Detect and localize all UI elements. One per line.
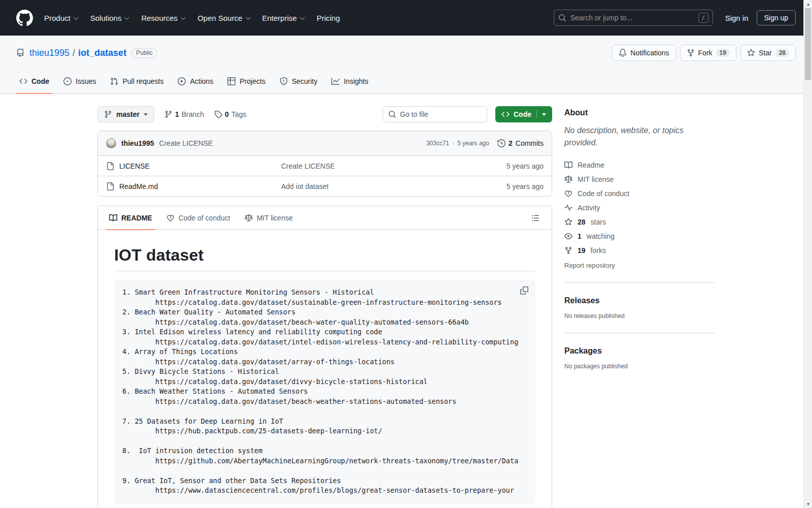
- tab-projects[interactable]: Projects: [220, 69, 273, 93]
- fork-count: 19: [716, 49, 730, 57]
- nav-item-open-source[interactable]: Open Source: [197, 14, 249, 22]
- tab-mit-license[interactable]: MIT license: [238, 206, 300, 230]
- branches-link[interactable]: 1 Branch: [164, 110, 204, 118]
- nav-item-enterprise[interactable]: Enterprise: [262, 14, 303, 22]
- stat-label: stars: [591, 218, 606, 226]
- nav-item-solutions[interactable]: Solutions: [90, 14, 128, 22]
- star-label: Star: [759, 49, 772, 57]
- file-commit-message-link[interactable]: Add iot dataset: [281, 182, 506, 190]
- page-scrollbar[interactable]: ▲ ▼: [803, 0, 812, 508]
- scroll-down-arrow-icon[interactable]: ▼: [804, 500, 812, 508]
- code-block-wrapper: 1. Smart Green Infrastructure Monitoring…: [114, 279, 535, 504]
- github-logo[interactable]: [16, 10, 33, 26]
- sidebar-link-label: Activity: [578, 204, 600, 212]
- sidebar-stat-watching[interactable]: 1 watching: [564, 229, 715, 243]
- report-repository-link[interactable]: Report repository: [564, 262, 715, 269]
- book-icon: [109, 214, 117, 222]
- copy-button[interactable]: [517, 283, 531, 298]
- nav-item-product[interactable]: Product: [44, 14, 77, 22]
- file-name-link[interactable]: ReadMe.md: [119, 182, 158, 190]
- tab-label: Pull requests: [122, 77, 163, 85]
- scroll-up-arrow-icon[interactable]: ▲: [804, 0, 812, 8]
- nav-label: Resources: [141, 14, 178, 22]
- releases-section: Releases No releases published: [564, 282, 715, 320]
- sidebar-link-readme[interactable]: Readme: [564, 158, 715, 172]
- star-icon: [747, 49, 755, 57]
- file-name-link[interactable]: LICENSE: [119, 162, 150, 170]
- global-header: Product Solutions Resources Open Source …: [0, 0, 812, 36]
- commit-author-link[interactable]: thieu1995: [121, 139, 154, 147]
- file-age: 5 years ago: [506, 182, 544, 190]
- commits-count: 2: [509, 139, 513, 147]
- nav-label: Product: [44, 14, 71, 22]
- breadcrumb-separator: /: [73, 48, 75, 58]
- tab-code[interactable]: Code: [12, 69, 56, 93]
- commit-meta: 303cc71 · 5 years ago 2 Commits: [426, 139, 544, 147]
- sidebar-link-code-of-conduct[interactable]: Code of conduct: [564, 186, 715, 201]
- dataset-list-code-block[interactable]: 1. Smart Green Infrastructure Monitoring…: [114, 279, 535, 504]
- readme-card: README Code of conduct MIT license IOT d…: [97, 206, 552, 508]
- sidebar-stat-forks[interactable]: 19 forks: [564, 243, 715, 258]
- tab-label: Issues: [76, 77, 96, 85]
- git-branch-icon: [104, 110, 112, 118]
- sidebar-link-activity[interactable]: Activity: [564, 201, 715, 215]
- releases-title: Releases: [564, 296, 715, 305]
- meta-dot: ·: [452, 140, 454, 147]
- outline-button[interactable]: [527, 210, 544, 226]
- nav-label: Pricing: [317, 14, 340, 22]
- repo-name-link[interactable]: iot_dataset: [78, 48, 126, 58]
- tags-link[interactable]: 0 Tags: [214, 110, 246, 118]
- sidebar-stat-stars[interactable]: 28 stars: [564, 215, 715, 229]
- repo-owner-link[interactable]: thieu1995: [29, 48, 70, 58]
- tab-security[interactable]: Security: [273, 69, 325, 93]
- tab-actions[interactable]: Actions: [171, 69, 220, 93]
- go-to-file-box[interactable]: [383, 106, 487, 122]
- nav-item-resources[interactable]: Resources: [141, 14, 184, 22]
- global-search[interactable]: /: [554, 10, 713, 26]
- commit-sha-link[interactable]: 303cc71: [426, 140, 449, 147]
- code-icon: [501, 110, 510, 118]
- chevron-down-icon: [144, 113, 148, 116]
- eye-icon: [564, 232, 572, 240]
- commit-history-link[interactable]: 2 Commits: [497, 139, 544, 147]
- fork-button[interactable]: Fork 19: [680, 45, 736, 61]
- stat-label: watching: [587, 232, 615, 240]
- search-input[interactable]: [570, 14, 694, 22]
- file-commit-message-link[interactable]: Create LICENSE: [281, 162, 506, 170]
- button-divider: [536, 110, 537, 118]
- repo-sidebar: About No description, website, or topics…: [564, 106, 715, 508]
- fork-label: Fork: [698, 49, 713, 57]
- sign-up-button[interactable]: Sign up: [757, 10, 796, 25]
- table-row[interactable]: LICENSE Create LICENSE 5 years ago: [98, 155, 552, 176]
- sidebar-link-mit-license[interactable]: MIT license: [564, 172, 715, 186]
- branch-selector[interactable]: master: [97, 106, 154, 122]
- tab-readme[interactable]: README: [102, 206, 159, 230]
- chevron-down-icon: [245, 15, 250, 20]
- sign-in-link[interactable]: Sign in: [725, 14, 749, 22]
- scrollbar-thumb[interactable]: [805, 8, 811, 80]
- slash-key-hint: /: [698, 13, 708, 23]
- notifications-label: Notifications: [630, 49, 669, 57]
- repo-header: thieu1995 / iot_dataset Public Notificat…: [0, 36, 812, 94]
- tab-pull-requests[interactable]: Pull requests: [103, 69, 171, 93]
- primary-nav: Product Solutions Resources Open Source …: [44, 14, 340, 22]
- tab-code-of-conduct[interactable]: Code of conduct: [159, 206, 238, 230]
- main-column: master 1 Branch 0 Tags Code: [97, 106, 552, 508]
- repo-actions: Notifications Fork 19 Star 28: [612, 45, 796, 61]
- commit-message-link[interactable]: Create LICENSE: [159, 139, 213, 147]
- tab-label: Insights: [344, 77, 368, 85]
- avatar[interactable]: [106, 138, 116, 148]
- tab-insights[interactable]: Insights: [324, 69, 375, 93]
- table-row[interactable]: ReadMe.md Add iot dataset 5 years ago: [98, 176, 552, 196]
- visibility-badge: Public: [131, 48, 157, 58]
- notifications-button[interactable]: Notifications: [612, 45, 675, 61]
- tab-issues[interactable]: Issues: [56, 69, 103, 93]
- go-to-file-input[interactable]: [400, 110, 482, 118]
- stat-value: 19: [578, 246, 586, 255]
- chevron-down-icon: [124, 15, 129, 20]
- star-button[interactable]: Star 28: [740, 45, 796, 61]
- about-section: About No description, website, or topics…: [564, 108, 715, 269]
- nav-item-pricing[interactable]: Pricing: [317, 14, 340, 22]
- code-download-button[interactable]: Code: [495, 106, 552, 122]
- table-icon: [227, 77, 235, 85]
